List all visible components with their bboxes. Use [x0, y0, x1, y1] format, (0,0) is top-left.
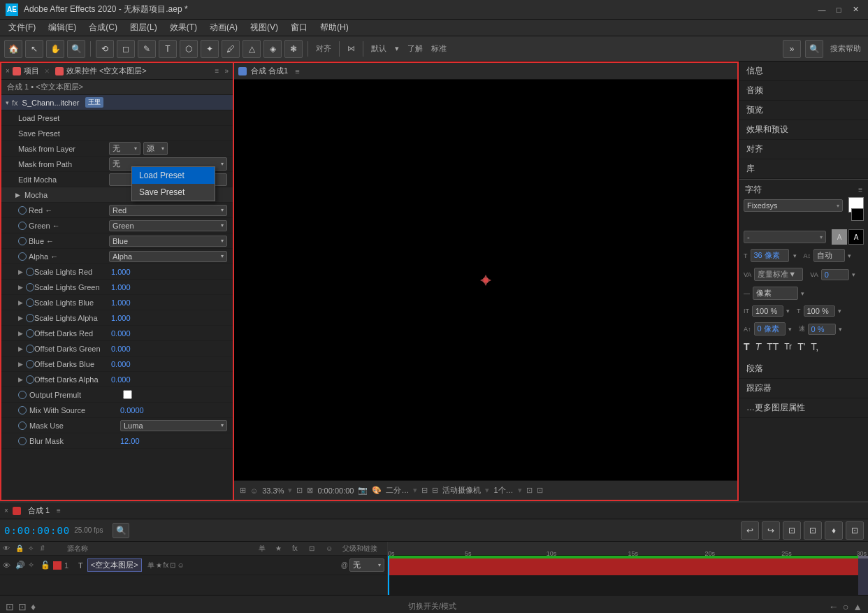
timeline-tool6[interactable]: ⊡ [846, 521, 864, 540]
l1-sw2[interactable]: ★ [156, 561, 162, 569]
menu-file[interactable]: 文件(F) [3, 20, 41, 35]
menu-window[interactable]: 窗口 [285, 20, 313, 35]
slg-expand[interactable]: ▶ [18, 284, 23, 291]
menu-comp[interactable]: 合成(C) [83, 20, 123, 35]
comp-tab-menu[interactable]: ≡ [295, 67, 299, 75]
preview-panel-item[interactable]: 预览 [739, 101, 868, 120]
blur-mask-value[interactable]: 12.00 [120, 437, 227, 445]
scale-lights-blue-value[interactable]: 1.000 [111, 298, 227, 307]
sub-btn[interactable]: T, [811, 341, 818, 352]
zoom-percent[interactable]: 33.3% [262, 486, 284, 495]
unit-field[interactable]: 像素 [753, 287, 798, 300]
font-stroke-color[interactable] [851, 208, 864, 221]
slb-expand[interactable]: ▶ [18, 299, 23, 306]
zoom-tool[interactable]: 🔍 [67, 40, 85, 58]
font-size-field[interactable]: 36 像素 [751, 249, 789, 262]
track-area[interactable]: 0s 5s 10s 15s 20s 25s 30s [388, 542, 868, 595]
comp-viewer[interactable] [234, 80, 737, 480]
l1-sw1[interactable]: 单 [147, 561, 154, 570]
info-panel-item[interactable]: 信息 [739, 62, 868, 81]
menu-help[interactable]: 帮助(H) [314, 20, 354, 35]
red-select[interactable]: Red ▾ [109, 205, 227, 216]
layer-1-parent-select[interactable]: 无 ▾ [349, 558, 384, 572]
layer-1-solo[interactable]: ✧ [28, 561, 38, 570]
odr-expand[interactable]: ▶ [18, 330, 23, 337]
hand-tool[interactable]: ✋ [46, 40, 64, 58]
bottom-frame-icon[interactable]: ⊡ [6, 601, 14, 612]
sla-expand[interactable]: ▶ [18, 315, 23, 322]
puppet-tool[interactable]: ❃ [284, 40, 303, 58]
bottom-arrow-up[interactable]: ▲ [853, 601, 862, 612]
more-options[interactable]: » [783, 40, 801, 58]
camera-label[interactable]: 活动摄像机 [442, 485, 481, 496]
green-select[interactable]: Green ▾ [109, 220, 227, 231]
bottom-arrow-left[interactable]: ← [829, 601, 839, 612]
align-panel-item[interactable]: 对齐 [739, 140, 868, 159]
menu-effect[interactable]: 效果(T) [164, 20, 203, 35]
timeline-tool3[interactable]: ⊡ [783, 521, 801, 540]
mix-with-source-value[interactable]: 0.0000 [120, 406, 227, 414]
panel-expand[interactable]: » [224, 67, 229, 75]
timeline-tool1[interactable]: ↩ [741, 521, 759, 540]
maximize-button[interactable]: □ [832, 3, 846, 17]
ctx-load-preset[interactable]: Load Preset [132, 167, 215, 184]
timeline-tab-menu[interactable]: ≡ [57, 507, 61, 514]
menu-anim[interactable]: 动画(A) [204, 20, 243, 35]
menu-edit[interactable]: 编辑(E) [43, 20, 82, 35]
l1-sw3[interactable]: ⊡ [170, 561, 175, 569]
library-panel-item[interactable]: 库 [739, 159, 868, 179]
scale-lights-red-expand[interactable]: ▶ [18, 268, 23, 275]
more-panel-item[interactable]: …更多图层属性 [739, 398, 868, 418]
search-help-btn[interactable]: 🔍 [805, 40, 823, 58]
timeline-tab-close[interactable]: × [4, 507, 8, 514]
playhead[interactable] [388, 556, 389, 595]
layer-1-vis[interactable]: 👁 [3, 561, 13, 570]
switch-mode-label[interactable]: 切换开关/模式 [36, 601, 829, 612]
mask-from-layer-select2[interactable]: 源 ▾ [143, 142, 168, 155]
oda-expand[interactable]: ▶ [18, 376, 23, 383]
text-tool[interactable]: T [159, 40, 177, 58]
offset-darks-red-value[interactable]: 0.000 [111, 329, 227, 338]
scale-lights-green-value[interactable]: 1.000 [111, 283, 227, 291]
timeline-timecode[interactable]: 0:00:00:00 [4, 525, 70, 536]
smallcaps-btn[interactable]: Tr [784, 342, 792, 352]
mask-from-layer-select1[interactable]: 无 ▾ [109, 142, 140, 155]
bold-btn[interactable]: T [744, 341, 750, 352]
layer-1-color[interactable] [53, 561, 62, 570]
layer-1-name[interactable]: <空文本图层> [87, 558, 142, 572]
rect-tool[interactable]: ◻ [117, 40, 135, 58]
shape-tool[interactable]: ⬡ [180, 40, 198, 58]
effects-presets-panel-item[interactable]: 效果和预设 [739, 120, 868, 140]
view-mode[interactable]: 二分… [386, 485, 409, 496]
ctx-save-preset[interactable]: Save Preset [132, 184, 215, 201]
l1-fx[interactable]: fx [164, 561, 169, 569]
paragraph-panel-item[interactable]: 段落 [739, 359, 868, 379]
select-tool[interactable]: ↖ [25, 40, 43, 58]
panel-close[interactable]: ≡ [215, 67, 219, 75]
tracker-panel-item[interactable]: 跟踪器 [739, 379, 868, 398]
alpha-select[interactable]: Alpha ▾ [109, 251, 227, 262]
blue-select[interactable]: Blue ▾ [109, 236, 227, 247]
super-btn[interactable]: T' [797, 341, 805, 352]
odb-expand[interactable]: ▶ [18, 361, 23, 368]
layer-1-audio[interactable]: 🔊 [15, 561, 25, 570]
menu-layer[interactable]: 图层(L) [124, 20, 163, 35]
rotate-tool[interactable]: ⟲ [96, 40, 114, 58]
font-style-select[interactable]: - ▾ [744, 231, 826, 243]
timeline-tool5[interactable]: ♦ [825, 521, 843, 540]
menu-view[interactable]: 视图(V) [245, 20, 284, 35]
font-select[interactable]: Fixedsys ▾ [744, 199, 843, 212]
timecode-display[interactable]: 0:00:00:00 [317, 486, 354, 495]
timeline-tool4[interactable]: ⊡ [804, 521, 822, 540]
tracking-field[interactable]: 0 [821, 269, 849, 280]
offset-darks-green-value[interactable]: 0.000 [111, 345, 227, 353]
eraser-tool[interactable]: ◈ [263, 40, 282, 58]
audio-panel-item[interactable]: 音频 [739, 81, 868, 101]
view-count[interactable]: 1个… [493, 485, 513, 496]
timeline-tool2[interactable]: ↪ [762, 521, 780, 540]
mask-use-select[interactable]: Luma ▾ [120, 420, 227, 431]
scale-lights-red-value[interactable]: 1.000 [111, 268, 227, 276]
close-button[interactable]: ✕ [848, 3, 862, 17]
comp-view-btn[interactable]: ⊡ [537, 486, 543, 495]
offset-darks-alpha-value[interactable]: 0.000 [111, 375, 227, 384]
